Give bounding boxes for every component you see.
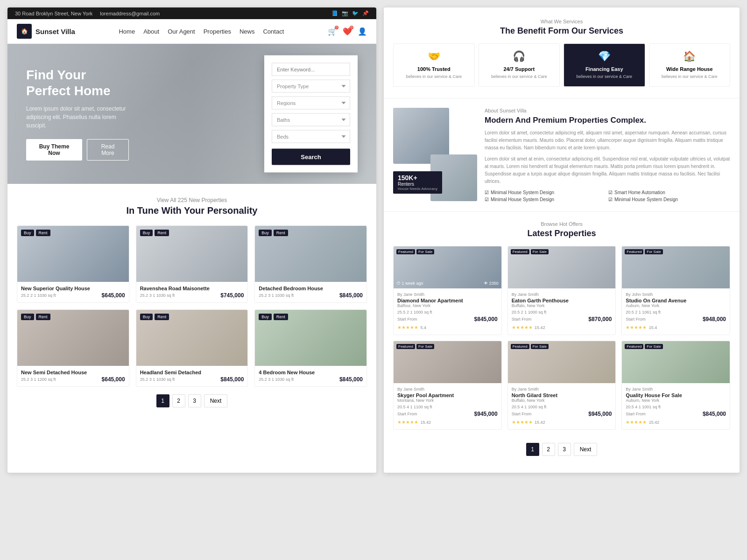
social-fb-icon[interactable]: 📘: [331, 10, 338, 16]
latest-page-button[interactable]: 3: [558, 443, 571, 456]
latest-property-card[interactable]: FeaturedFor Sale ⏱ 1 week ago 👁 2350 By …: [393, 246, 502, 335]
start-from-label: Start From: [397, 317, 417, 322]
social-ig-icon[interactable]: 📷: [342, 10, 348, 16]
listing-by: By Jane Smith: [397, 387, 498, 392]
listing-name: Diamond Manor Apartment: [397, 298, 498, 303]
listing-by: By Jane Smith: [626, 387, 726, 392]
property-card[interactable]: BuyRent Detached Bedroom House 25.2 3 1 …: [254, 225, 367, 303]
latest-title: Latest Properties: [393, 229, 730, 238]
about-badge: 150K+ Renters House Needs Advocacy: [393, 171, 442, 194]
latest-property-card[interactable]: FeaturedFor Sale By Jane Smith Quality H…: [621, 341, 730, 430]
listing-by: By Jane Smith: [397, 292, 498, 297]
latest-property-card[interactable]: FeaturedFor Sale By Jane Smith Eaton Gar…: [507, 246, 616, 335]
listing-time: ⏱ 1 week ago: [396, 281, 423, 286]
services-grid: 🤝 100% Trusted believes in our service &…: [393, 43, 730, 87]
property-tag: Rent: [36, 230, 50, 236]
nav-about[interactable]: About: [143, 28, 159, 35]
about-feature: ☑Minimal House System Design: [485, 190, 606, 195]
property-specs: 25.2 3 1 1030 sq ft: [259, 293, 294, 298]
listing-name: Quality House For Sale: [626, 392, 726, 398]
social-pin-icon[interactable]: 📌: [362, 10, 369, 16]
listing-by: By Jane Smith: [512, 387, 612, 392]
service-card[interactable]: 🎧 24/7 Support believes in our service &…: [479, 43, 560, 87]
nav-news[interactable]: News: [240, 28, 255, 35]
buy-theme-button[interactable]: Buy Theme Now: [26, 139, 82, 161]
start-from-label: Start From: [397, 412, 417, 416]
check-icon: ☑: [608, 190, 613, 195]
feature-text: Minimal House System Design: [491, 190, 554, 195]
page-button[interactable]: 1: [156, 394, 169, 407]
property-price: $645,000: [102, 376, 125, 383]
listing-specs: 20.5 2 1 1000 sq ft: [512, 310, 612, 315]
listing-city: Balfour, New York: [397, 303, 498, 308]
property-image: BuyRent: [17, 226, 129, 282]
hero-subtitle: Lorem ipsum dolor sit amet, consectetur …: [26, 105, 129, 130]
user-icon[interactable]: 👤: [358, 27, 367, 36]
property-card[interactable]: BuyRent Headland Semi Detached 25.2 3 1 …: [136, 309, 248, 387]
review-count: 15.42: [535, 420, 545, 425]
next-page-button[interactable]: Next: [204, 394, 228, 407]
start-from-label: Start From: [512, 317, 532, 322]
service-card[interactable]: 🏠 Wide Range House believes in our servi…: [649, 43, 731, 87]
check-icon: ☑: [608, 197, 613, 202]
listing-city: Auburn, New York: [626, 303, 726, 308]
property-card[interactable]: BuyRent 4 Bedroom New House 25.2 3 1 103…: [254, 309, 367, 387]
service-icon: 💎: [569, 50, 640, 63]
property-price: $845,000: [220, 376, 244, 383]
service-card[interactable]: 💎 Financing Easy believes in our service…: [564, 43, 645, 87]
service-icon: 🤝: [398, 50, 470, 63]
latest-next-page-button[interactable]: Next: [574, 443, 598, 456]
nav-home[interactable]: Home: [119, 28, 135, 35]
property-card[interactable]: BuyRent New Superior Quality House 25.2 …: [17, 225, 129, 303]
baths-select[interactable]: Baths: [272, 113, 350, 126]
property-specs: 25.2 3 1 1030 sq ft: [140, 293, 175, 298]
keyword-input[interactable]: [272, 63, 350, 76]
property-card[interactable]: BuyRent Ravenshea Road Maisonette 25.2 3…: [136, 225, 248, 303]
check-icon: ☑: [485, 197, 489, 202]
latest-page-button[interactable]: 2: [542, 443, 555, 456]
page-button[interactable]: 2: [172, 394, 185, 407]
wishlist-icon[interactable]: ❤️0: [343, 27, 352, 36]
services-title: The Benefit Form Our Services: [393, 26, 730, 36]
search-button[interactable]: Search: [272, 149, 350, 165]
service-name: 100% Trusted: [398, 66, 470, 72]
latest-tag: For Sale: [645, 344, 662, 349]
latest-tag: Featured: [396, 249, 415, 254]
property-type-select[interactable]: Property Type: [272, 80, 350, 93]
listing-price: $945,000: [474, 411, 498, 417]
property-tag: Rent: [36, 314, 50, 320]
property-tag: Rent: [155, 314, 169, 320]
latest-property-image: FeaturedFor Sale: [622, 246, 730, 288]
property-card[interactable]: BuyRent New Semi Detached House 25.2 3 1…: [17, 309, 129, 387]
listing-by: By Jane Smith: [512, 292, 612, 297]
service-card[interactable]: 🤝 100% Trusted believes in our service &…: [393, 43, 475, 87]
beds-select[interactable]: Beds: [272, 130, 350, 143]
nav-contact[interactable]: Contact: [263, 28, 284, 35]
nav-agent[interactable]: Our Agent: [168, 28, 195, 35]
read-more-button[interactable]: Read More: [87, 139, 129, 161]
property-tag: Buy: [259, 230, 272, 236]
listing-specs: 20.5 4 1 1100 sq ft: [397, 405, 498, 409]
listing-specs: 20.5 2 1 1061 sq ft: [626, 310, 726, 315]
page-button[interactable]: 3: [188, 394, 201, 407]
social-tw-icon[interactable]: 🐦: [352, 10, 359, 16]
services-section: What We Services The Benefit Form Our Se…: [384, 7, 740, 98]
latest-page-button[interactable]: 1: [526, 443, 539, 456]
latest-property-card[interactable]: FeaturedFor Sale By John Smith Studio On…: [621, 246, 730, 335]
nav-properties[interactable]: Properties: [204, 28, 231, 35]
services-label: What We Services: [393, 19, 730, 24]
latest-pagination: 123Next: [393, 435, 730, 463]
badge-text: Renters: [398, 182, 437, 187]
email-text: loremaddress@gmail.com: [100, 11, 160, 16]
listing-specs: 20.5 4 1 1001 sq ft: [626, 405, 726, 409]
latest-tag: For Sale: [645, 249, 662, 254]
cart-icon[interactable]: 🛒0: [328, 27, 337, 36]
latest-property-card[interactable]: FeaturedFor Sale By Jane Smith North Gil…: [507, 341, 616, 430]
latest-property-card[interactable]: FeaturedFor Sale By Jane Smith Skyger Po…: [393, 341, 502, 430]
properties-title: In Tune With Your Personality: [17, 205, 367, 216]
regions-select[interactable]: Regions: [272, 97, 350, 110]
about-content: About Sunset Villa Modern And Premium Pr…: [477, 108, 730, 202]
service-desc: believes in our service & Care: [569, 74, 640, 80]
service-name: Financing Easy: [569, 66, 640, 72]
address-text: 30 Road Broklyn Street, New York: [15, 11, 92, 16]
